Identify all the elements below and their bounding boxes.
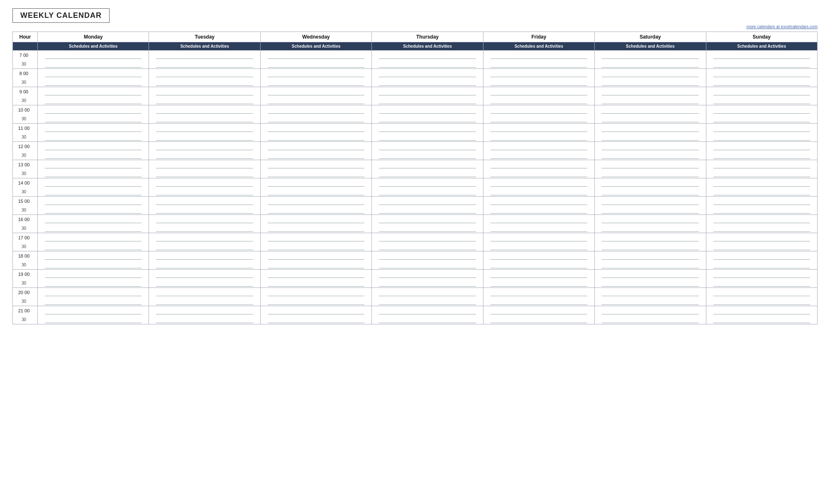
schedule-cell[interactable] — [372, 78, 483, 87]
schedule-cell[interactable] — [706, 69, 817, 78]
schedule-cell[interactable] — [483, 297, 594, 306]
schedule-cell[interactable] — [483, 315, 594, 324]
schedule-cell[interactable] — [38, 178, 149, 187]
schedule-cell[interactable] — [372, 151, 483, 160]
schedule-cell[interactable] — [38, 51, 149, 60]
schedule-cell[interactable] — [149, 87, 260, 96]
schedule-cell[interactable] — [706, 60, 817, 69]
schedule-cell[interactable] — [260, 178, 371, 187]
schedule-cell[interactable] — [706, 233, 817, 242]
schedule-cell[interactable] — [149, 69, 260, 78]
schedule-cell[interactable] — [372, 114, 483, 124]
schedule-cell[interactable] — [149, 96, 260, 105]
schedule-cell[interactable] — [38, 124, 149, 133]
schedule-cell[interactable] — [260, 96, 371, 105]
schedule-cell[interactable] — [483, 270, 594, 279]
schedule-cell[interactable] — [149, 187, 260, 197]
schedule-cell[interactable] — [149, 124, 260, 133]
schedule-cell[interactable] — [483, 142, 594, 151]
schedule-cell[interactable] — [372, 160, 483, 169]
schedule-cell[interactable] — [483, 251, 594, 261]
schedule-cell[interactable] — [372, 51, 483, 60]
schedule-cell[interactable] — [595, 133, 706, 142]
schedule-cell[interactable] — [595, 160, 706, 169]
schedule-cell[interactable] — [260, 187, 371, 197]
schedule-cell[interactable] — [595, 60, 706, 69]
schedule-cell[interactable] — [483, 261, 594, 270]
attribution-link[interactable]: more calendars at excelcalendars.com — [12, 24, 818, 29]
schedule-cell[interactable] — [149, 315, 260, 324]
schedule-cell[interactable] — [483, 233, 594, 242]
schedule-cell[interactable] — [595, 233, 706, 242]
schedule-cell[interactable] — [483, 78, 594, 87]
schedule-cell[interactable] — [372, 133, 483, 142]
schedule-cell[interactable] — [595, 251, 706, 261]
schedule-cell[interactable] — [483, 60, 594, 69]
schedule-cell[interactable] — [38, 242, 149, 251]
schedule-cell[interactable] — [483, 224, 594, 233]
schedule-cell[interactable] — [38, 215, 149, 224]
schedule-cell[interactable] — [260, 251, 371, 261]
schedule-cell[interactable] — [38, 197, 149, 206]
schedule-cell[interactable] — [483, 206, 594, 215]
schedule-cell[interactable] — [706, 142, 817, 151]
schedule-cell[interactable] — [260, 151, 371, 160]
schedule-cell[interactable] — [38, 151, 149, 160]
schedule-cell[interactable] — [260, 169, 371, 178]
schedule-cell[interactable] — [483, 151, 594, 160]
schedule-cell[interactable] — [483, 288, 594, 297]
schedule-cell[interactable] — [483, 51, 594, 60]
schedule-cell[interactable] — [260, 306, 371, 315]
schedule-cell[interactable] — [706, 279, 817, 288]
schedule-cell[interactable] — [372, 96, 483, 105]
schedule-cell[interactable] — [483, 69, 594, 78]
schedule-cell[interactable] — [706, 87, 817, 96]
schedule-cell[interactable] — [706, 297, 817, 306]
schedule-cell[interactable] — [38, 160, 149, 169]
schedule-cell[interactable] — [372, 206, 483, 215]
schedule-cell[interactable] — [38, 105, 149, 114]
schedule-cell[interactable] — [595, 151, 706, 160]
schedule-cell[interactable] — [706, 261, 817, 270]
schedule-cell[interactable] — [483, 187, 594, 197]
schedule-cell[interactable] — [595, 242, 706, 251]
schedule-cell[interactable] — [260, 242, 371, 251]
schedule-cell[interactable] — [706, 151, 817, 160]
schedule-cell[interactable] — [260, 297, 371, 306]
schedule-cell[interactable] — [372, 187, 483, 197]
schedule-cell[interactable] — [372, 178, 483, 187]
schedule-cell[interactable] — [38, 60, 149, 69]
schedule-cell[interactable] — [149, 270, 260, 279]
schedule-cell[interactable] — [372, 315, 483, 324]
schedule-cell[interactable] — [595, 197, 706, 206]
schedule-cell[interactable] — [38, 169, 149, 178]
schedule-cell[interactable] — [595, 279, 706, 288]
schedule-cell[interactable] — [372, 124, 483, 133]
schedule-cell[interactable] — [595, 105, 706, 114]
schedule-cell[interactable] — [149, 197, 260, 206]
schedule-cell[interactable] — [38, 233, 149, 242]
schedule-cell[interactable] — [372, 233, 483, 242]
schedule-cell[interactable] — [706, 96, 817, 105]
schedule-cell[interactable] — [706, 288, 817, 297]
schedule-cell[interactable] — [706, 105, 817, 114]
schedule-cell[interactable] — [372, 251, 483, 261]
schedule-cell[interactable] — [149, 169, 260, 178]
schedule-cell[interactable] — [483, 215, 594, 224]
schedule-cell[interactable] — [38, 96, 149, 105]
schedule-cell[interactable] — [372, 87, 483, 96]
schedule-cell[interactable] — [260, 142, 371, 151]
schedule-cell[interactable] — [38, 142, 149, 151]
schedule-cell[interactable] — [149, 160, 260, 169]
schedule-cell[interactable] — [483, 279, 594, 288]
schedule-cell[interactable] — [595, 96, 706, 105]
schedule-cell[interactable] — [372, 169, 483, 178]
schedule-cell[interactable] — [483, 178, 594, 187]
schedule-cell[interactable] — [149, 279, 260, 288]
schedule-cell[interactable] — [260, 124, 371, 133]
schedule-cell[interactable] — [595, 215, 706, 224]
schedule-cell[interactable] — [260, 60, 371, 69]
schedule-cell[interactable] — [595, 78, 706, 87]
schedule-cell[interactable] — [595, 69, 706, 78]
schedule-cell[interactable] — [483, 124, 594, 133]
